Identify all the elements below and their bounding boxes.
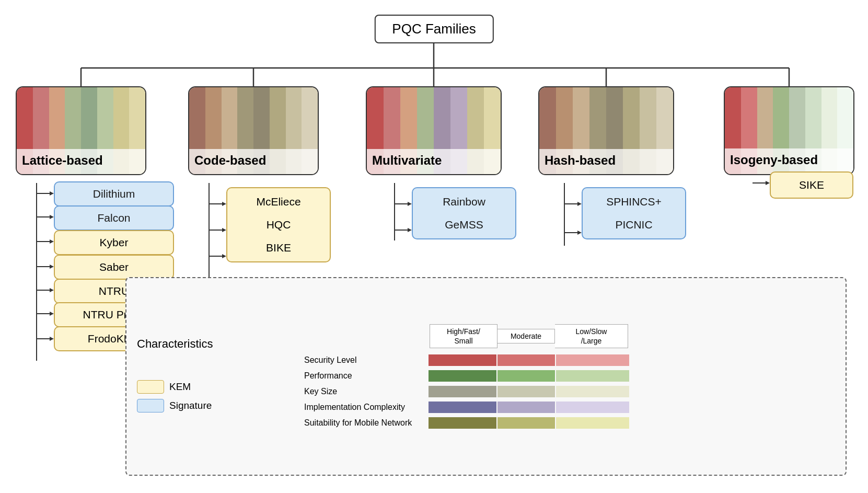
svg-marker-17 [50,288,54,292]
root-title: PQC Families [392,21,476,37]
bike-label: BIKE [227,236,330,259]
code-label: Code-based [189,149,318,174]
svg-marker-13 [50,239,54,244]
kem-swatch [137,380,164,394]
algo-kyber: Kyber [54,230,174,255]
performance-row: Performance [304,370,835,382]
algo-sike: SIKE [770,171,853,199]
svg-marker-9 [50,191,54,196]
algo-multivariate-group: Rainbow GeMSS [412,187,516,239]
svg-marker-15 [50,265,54,269]
mceliece-label: McEliece [227,190,330,213]
dilithium-label: Dilithium [55,182,173,205]
performance-label: Performance [304,371,424,381]
svg-marker-26 [222,228,226,232]
hash-label: Hash-based [539,149,673,174]
isogeny-label: Isogeny-based [725,148,853,174]
family-lattice: Lattice-based [16,86,146,175]
impl-row: Implementation Complexity [304,402,835,413]
falcon-label: Falcon [55,207,173,230]
saber-label: Saber [55,256,173,279]
sphincs-label: SPHINCS+ [583,190,685,213]
algo-falcon: Falcon [54,205,174,231]
algo-dilithium: Dilithium [54,181,174,207]
family-multivariate: Multivariate [366,86,502,175]
svg-marker-21 [50,337,54,341]
multivariate-label: Multivariate [367,149,501,174]
svg-marker-11 [50,215,54,219]
mobile-label: Suitability for Mobile Network [304,418,424,428]
keysize-label: Key Size [304,387,424,396]
picnic-label: PICNIC [583,213,685,236]
sike-label: SIKE [771,173,852,198]
sig-swatch [137,399,164,412]
svg-marker-24 [222,202,226,206]
legend-sig-row: Signature [137,399,283,412]
security-label: Security Level [304,356,424,365]
mobile-row: Suitability for Mobile Network [304,417,835,429]
kyber-label: Kyber [55,231,173,254]
root-node: PQC Families [374,15,493,43]
algo-saber: Saber [54,255,174,280]
kem-label: KEM [169,381,191,393]
lattice-label: Lattice-based [17,149,145,174]
family-hash: Hash-based [538,86,674,175]
svg-marker-40 [766,181,770,185]
impl-label: Implementation Complexity [304,403,424,412]
security-row: Security Level [304,354,835,366]
svg-marker-38 [577,231,582,235]
legend-kem-row: KEM [137,380,283,394]
svg-marker-31 [408,202,412,206]
family-code: Code-based [188,86,319,175]
legend-title: Characteristics [137,337,283,351]
svg-marker-19 [50,312,54,316]
keysize-row: Key Size [304,386,835,397]
algo-code-group: McEliece HQC BIKE [226,187,331,262]
svg-marker-28 [222,254,226,258]
rainbow-label: Rainbow [413,190,515,213]
legend-box: Characteristics KEM Signature [125,277,847,476]
hqc-label: HQC [227,213,330,236]
diagram-container: PQC Families Lattice-based [0,0,868,493]
family-isogeny: Isogeny-based [724,86,854,175]
gemss-label: GeMSS [413,213,515,236]
sig-label: Signature [169,400,212,411]
algo-hash-group: SPHINCS+ PICNIC [582,187,686,239]
svg-marker-36 [577,202,582,206]
svg-marker-33 [408,228,412,232]
